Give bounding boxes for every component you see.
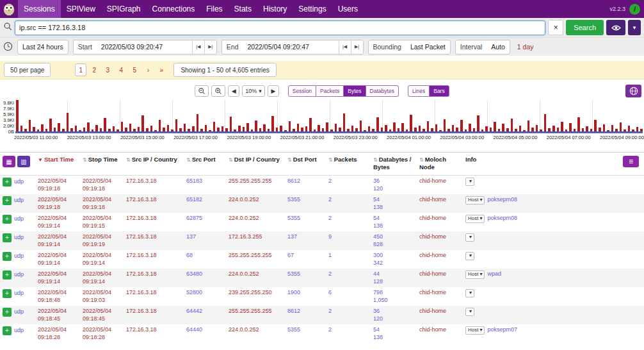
page-button[interactable]: 1 (75, 63, 86, 76)
dst-port-cell[interactable]: 8612 (286, 308, 326, 315)
src-ip-cell[interactable]: 172.16.3.18 (124, 215, 184, 222)
host-tag-button[interactable]: ▾ (465, 252, 474, 260)
src-port-cell[interactable]: 62875 (184, 215, 227, 222)
host-tag-button[interactable]: ▾ (465, 308, 474, 316)
toggle-button[interactable]: Bars (430, 85, 449, 97)
owl-logo-icon[interactable] (0, 1, 18, 17)
zoom-in-icon[interactable] (211, 85, 225, 97)
nav-item[interactable]: History (257, 0, 293, 18)
expand-session-button[interactable]: + (3, 252, 12, 261)
dst-port-cell[interactable]: 5355 (286, 326, 326, 334)
expand-session-button[interactable]: + (3, 326, 12, 335)
host-value-link[interactable]: wpad (487, 271, 501, 278)
clear-search-button[interactable]: × (548, 20, 563, 35)
column-header[interactable]: ⇅Src IP / Country (124, 156, 184, 172)
info-icon[interactable]: i (629, 4, 640, 15)
interval-select[interactable]: Auto (487, 43, 510, 51)
eye-view-button[interactable] (606, 20, 625, 35)
expand-session-button[interactable]: + (3, 308, 12, 317)
node-cell[interactable]: chid-home (417, 233, 463, 241)
expand-session-button[interactable]: + (3, 215, 12, 224)
pan-left-icon[interactable]: ◀ (228, 85, 239, 97)
dst-ip-cell[interactable]: 255.255.255.255 (227, 252, 286, 260)
nav-item[interactable]: SPIView (61, 0, 101, 18)
host-tag-button[interactable]: Host▾ (465, 215, 485, 223)
node-cell[interactable]: chid-home (417, 215, 463, 222)
dst-port-cell[interactable]: 137 (286, 233, 326, 241)
src-ip-cell[interactable]: 172.16.3.18 (124, 308, 184, 315)
toggle-columns-icon[interactable]: ▥ (17, 156, 30, 167)
node-cell[interactable]: chid-home (417, 271, 463, 278)
column-header[interactable]: ⇅Packets (326, 156, 371, 172)
nav-item[interactable]: Connections (147, 0, 201, 18)
expand-session-button[interactable]: + (3, 196, 12, 205)
src-port-cell[interactable]: 64440 (184, 326, 227, 334)
src-ip-cell[interactable]: 172.16.3.18 (124, 326, 184, 334)
nav-item[interactable]: Users (332, 0, 364, 18)
page-button[interactable]: 3 (102, 63, 113, 76)
nav-item[interactable]: Stats (229, 0, 257, 18)
start-time-input[interactable] (97, 43, 192, 51)
end-time-input[interactable] (243, 43, 339, 51)
node-cell[interactable]: chid-home (417, 289, 463, 297)
time-range-select[interactable]: Last 24 hours (17, 40, 68, 54)
toggle-button[interactable]: Packets (316, 85, 344, 97)
column-header[interactable]: ⇅Stop Time (81, 156, 124, 172)
column-header[interactable]: ▼Start Time (36, 156, 81, 172)
column-header[interactable]: ⇅Moloch Node (417, 156, 463, 172)
dst-ip-cell[interactable]: 224.0.0.252 (227, 215, 286, 222)
dst-port-cell[interactable]: 1900 (286, 289, 326, 297)
last-page-button[interactable]: » (156, 63, 167, 76)
dst-port-cell[interactable]: 5355 (286, 196, 326, 204)
nav-item[interactable]: Files (200, 0, 228, 18)
toggle-button[interactable]: Lines (408, 85, 430, 97)
node-cell[interactable]: chid-home (417, 196, 463, 204)
src-ip-cell[interactable]: 172.16.3.18 (124, 233, 184, 241)
host-value-link[interactable]: poksepm08 (487, 196, 517, 204)
dst-ip-cell[interactable]: 255.255.255.255 (227, 308, 286, 315)
bounding-select[interactable]: Last Packet (406, 43, 450, 51)
host-tag-button[interactable]: ▾ (465, 289, 474, 297)
column-header[interactable]: ⇅Dst IP / Country (227, 156, 286, 172)
src-port-cell[interactable]: 64442 (184, 308, 227, 315)
dst-port-cell[interactable]: 67 (286, 252, 326, 260)
page-button[interactable]: 5 (129, 63, 140, 76)
src-port-cell[interactable]: 65183 (184, 178, 227, 185)
host-value-link[interactable]: poksepm07 (487, 326, 517, 334)
nav-item[interactable]: SPIGraph (101, 0, 147, 18)
src-port-cell[interactable]: 63480 (184, 271, 227, 278)
start-step-last-icon[interactable]: ▶| (204, 40, 216, 54)
toggle-view-grid-icon[interactable]: ▦ (3, 156, 15, 167)
column-header[interactable]: ⇅Dst Port (286, 156, 326, 172)
host-tag-button[interactable]: Host▾ (465, 326, 485, 335)
toggle-button[interactable]: Session (288, 85, 316, 97)
dst-ip-cell[interactable]: 255.255.255.255 (227, 178, 286, 185)
src-ip-cell[interactable]: 172.16.3.18 (124, 271, 184, 278)
toggle-button[interactable]: Bytes (344, 85, 366, 97)
dst-ip-cell[interactable]: 172.16.3.255 (227, 233, 286, 241)
src-ip-cell[interactable]: 172.16.3.18 (124, 178, 184, 185)
nav-item[interactable]: Settings (293, 0, 332, 18)
src-port-cell[interactable]: 137 (184, 233, 227, 241)
expand-session-button[interactable]: + (3, 271, 12, 279)
column-header[interactable]: Info (463, 156, 644, 172)
search-input[interactable] (15, 21, 545, 35)
toggle-button[interactable]: Databytes (366, 85, 399, 97)
expand-session-button[interactable]: + (3, 233, 12, 242)
search-button[interactable]: Search (566, 20, 604, 35)
expand-session-button[interactable]: + (3, 178, 12, 187)
page-button[interactable]: 4 (115, 63, 127, 76)
search-actions-dropdown[interactable]: ▾ (628, 20, 641, 35)
dst-port-cell[interactable]: 5355 (286, 215, 326, 222)
src-port-cell[interactable]: 68 (184, 252, 227, 260)
node-cell[interactable]: chid-home (417, 326, 463, 334)
map-toggle-button[interactable] (625, 85, 641, 97)
host-tag-button[interactable]: ▾ (465, 178, 474, 186)
nav-item[interactable]: Sessions (18, 0, 61, 18)
node-cell[interactable]: chid-home (417, 252, 463, 260)
zoom-out-icon[interactable] (195, 85, 209, 97)
column-header[interactable]: ⇅Src Port (184, 156, 227, 172)
src-ip-cell[interactable]: 172.16.3.18 (124, 289, 184, 297)
table-menu-icon[interactable]: ≡ (623, 156, 639, 167)
host-tag-button[interactable]: Host▾ (465, 271, 485, 279)
